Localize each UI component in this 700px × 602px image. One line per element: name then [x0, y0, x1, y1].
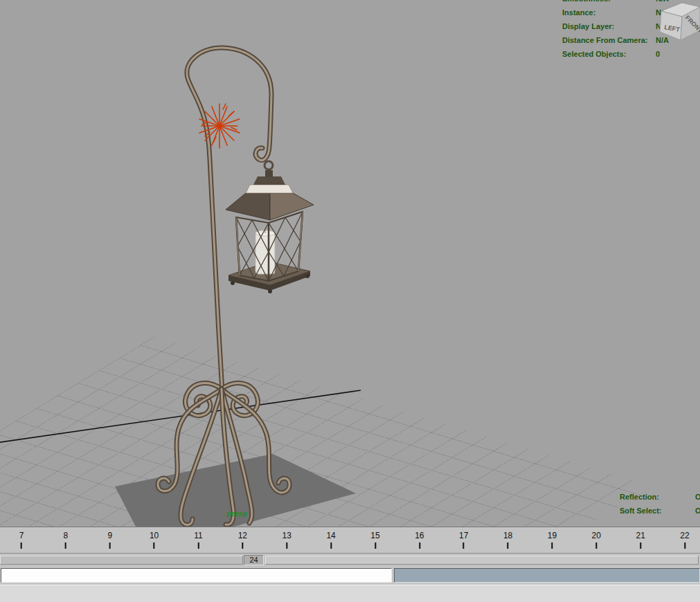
camera-label: persp — [226, 509, 247, 518]
view-cube[interactable]: LEFT FRONT — [657, 0, 700, 47]
lantern-body[interactable] — [226, 161, 314, 293]
frame-number: 11 — [194, 531, 202, 540]
frame-tick — [595, 542, 597, 549]
frame-tick — [65, 542, 66, 549]
time-slider[interactable]: 78910111213141516171819202122 — [0, 527, 700, 553]
help-line — [0, 585, 700, 602]
frame-number: 8 — [64, 531, 69, 540]
frame-label[interactable]: 9 — [107, 531, 112, 549]
frame-tick — [640, 542, 641, 549]
command-line-result — [394, 568, 700, 583]
time-slider-frames[interactable]: 78910111213141516171819202122 — [0, 527, 700, 553]
frame-number: 14 — [326, 531, 335, 540]
frame-number: 9 — [107, 531, 112, 540]
frame-tick — [242, 542, 243, 549]
hud-item: Reflection:O — [620, 490, 700, 504]
hud-item-value: O — [695, 490, 700, 504]
lantern-object[interactable] — [158, 48, 314, 525]
frame-number: 7 — [19, 531, 24, 540]
hud-item-value: O — [695, 504, 700, 518]
range-slider-track[interactable] — [265, 556, 699, 565]
frame-number: 19 — [548, 531, 557, 540]
frame-number: 15 — [370, 531, 379, 540]
frame-tick — [21, 542, 22, 549]
frame-tick — [375, 542, 376, 549]
frame-tick — [286, 542, 287, 549]
frame-tick — [463, 542, 465, 549]
frame-number: 12 — [238, 531, 247, 540]
range-slider-bar[interactable] — [0, 556, 243, 565]
hud-item: Selected Objects:0 — [562, 47, 700, 61]
frame-tick — [508, 542, 509, 549]
frame-label[interactable]: 22 — [680, 531, 689, 549]
frame-label[interactable]: 21 — [636, 531, 645, 549]
range-slider[interactable]: 24 — [0, 553, 700, 567]
frame-number: 21 — [636, 531, 645, 540]
frame-label[interactable]: 8 — [64, 531, 69, 549]
frame-label[interactable]: 13 — [282, 531, 291, 549]
frame-label[interactable]: 18 — [503, 531, 512, 549]
frame-tick — [419, 542, 420, 549]
frame-label[interactable]: 19 — [548, 531, 557, 549]
hud-item-label: Instance: — [562, 6, 656, 19]
hud-item: Soft Select:O — [620, 504, 700, 518]
frame-label[interactable]: 10 — [150, 531, 159, 549]
command-line-input[interactable] — [1, 568, 392, 583]
maya-window: Smoothness:N/AInstance:N/ADisplay Layer:… — [0, 0, 700, 602]
scene-overlay — [0, 0, 700, 527]
frame-number: 22 — [680, 531, 689, 540]
hud-item-label: Smoothness: — [562, 0, 656, 6]
hud-item-label: Soft Select: — [620, 504, 695, 518]
frame-tick — [330, 542, 332, 549]
frame-label[interactable]: 16 — [415, 531, 424, 549]
command-line — [0, 567, 700, 585]
frame-number: 20 — [592, 531, 601, 540]
frame-tick — [551, 542, 553, 549]
frame-number: 18 — [503, 531, 512, 540]
frame-number: 17 — [459, 531, 468, 540]
hud-item-label: Selected Objects: — [562, 47, 656, 61]
hud-item-label: Display Layer: — [562, 19, 656, 33]
frame-label[interactable]: 17 — [459, 531, 468, 549]
point-light-icon[interactable] — [199, 104, 240, 148]
frame-label[interactable]: 12 — [238, 531, 247, 549]
frame-label[interactable]: 14 — [326, 531, 335, 549]
perspective-viewport[interactable]: Smoothness:N/AInstance:N/ADisplay Layer:… — [0, 0, 700, 527]
frame-tick — [109, 542, 111, 549]
frame-number: 16 — [415, 531, 424, 540]
frame-label[interactable]: 7 — [19, 531, 24, 549]
frame-number: 13 — [282, 531, 291, 540]
frame-label[interactable]: 20 — [592, 531, 601, 549]
frame-number: 10 — [150, 531, 159, 540]
playback-end-field[interactable]: 24 — [244, 555, 264, 565]
grid-axis-line — [0, 390, 361, 443]
frame-label[interactable]: 15 — [370, 531, 379, 549]
frame-tick — [154, 542, 155, 549]
frame-label[interactable]: 11 — [194, 531, 202, 549]
frame-tick — [684, 542, 685, 549]
hud-bottom: Reflection:OSoft Select:O — [620, 490, 700, 518]
frame-tick — [197, 542, 199, 549]
hud-item-label: Reflection: — [620, 490, 695, 504]
hud-item-value: 0 — [656, 47, 660, 61]
hud-item-label: Distance From Camera: — [562, 33, 656, 47]
